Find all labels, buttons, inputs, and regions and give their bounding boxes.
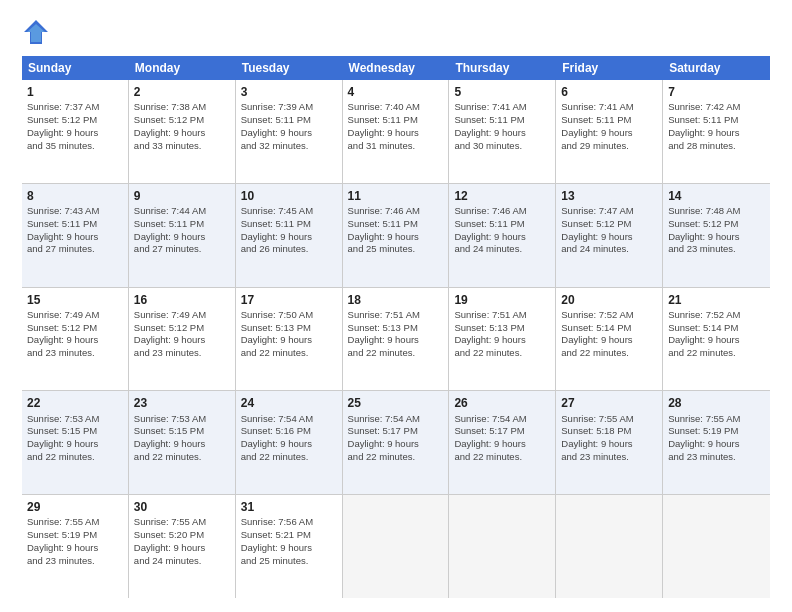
day-number: 18	[348, 292, 444, 308]
day-number: 27	[561, 395, 657, 411]
day-number: 2	[134, 84, 230, 100]
day-number: 28	[668, 395, 765, 411]
day-info-line-1: Sunset: 5:12 PM	[27, 114, 97, 125]
day-info-line-3: and 22 minutes.	[348, 451, 416, 462]
calendar-header: SundayMondayTuesdayWednesdayThursdayFrid…	[22, 56, 770, 80]
day-info-line-3: and 24 minutes.	[561, 243, 629, 254]
day-info-line-3: and 31 minutes.	[348, 140, 416, 151]
day-info-line-2: Daylight: 9 hours	[348, 127, 419, 138]
day-cell-26: 26Sunrise: 7:54 AMSunset: 5:17 PMDayligh…	[449, 391, 556, 494]
day-cell-16: 16Sunrise: 7:49 AMSunset: 5:12 PMDayligh…	[129, 288, 236, 391]
day-info-line-1: Sunset: 5:14 PM	[668, 322, 738, 333]
day-info-line-1: Sunset: 5:11 PM	[454, 218, 524, 229]
weekday-header-thursday: Thursday	[449, 56, 556, 80]
day-info-line-1: Sunset: 5:21 PM	[241, 529, 311, 540]
day-cell-3: 3Sunrise: 7:39 AMSunset: 5:11 PMDaylight…	[236, 80, 343, 183]
day-info-line-1: Sunset: 5:11 PM	[348, 114, 418, 125]
day-info-line-1: Sunset: 5:11 PM	[348, 218, 418, 229]
day-info-line-0: Sunrise: 7:51 AM	[454, 309, 526, 320]
day-info-line-2: Daylight: 9 hours	[241, 334, 312, 345]
calendar-row-2: 15Sunrise: 7:49 AMSunset: 5:12 PMDayligh…	[22, 288, 770, 392]
day-info-line-3: and 28 minutes.	[668, 140, 736, 151]
day-info-line-0: Sunrise: 7:49 AM	[27, 309, 99, 320]
day-cell-17: 17Sunrise: 7:50 AMSunset: 5:13 PMDayligh…	[236, 288, 343, 391]
day-info-line-0: Sunrise: 7:44 AM	[134, 205, 206, 216]
day-info-line-3: and 22 minutes.	[668, 347, 736, 358]
day-info-line-2: Daylight: 9 hours	[668, 231, 739, 242]
day-info-line-2: Daylight: 9 hours	[348, 438, 419, 449]
day-number: 30	[134, 499, 230, 515]
header	[22, 18, 770, 46]
day-number: 31	[241, 499, 337, 515]
day-info-line-0: Sunrise: 7:52 AM	[668, 309, 740, 320]
day-number: 5	[454, 84, 550, 100]
weekday-header-saturday: Saturday	[663, 56, 770, 80]
day-number: 13	[561, 188, 657, 204]
day-info-line-2: Daylight: 9 hours	[561, 334, 632, 345]
day-info-line-1: Sunset: 5:11 PM	[134, 218, 204, 229]
day-cell-8: 8Sunrise: 7:43 AMSunset: 5:11 PMDaylight…	[22, 184, 129, 287]
day-cell-7: 7Sunrise: 7:42 AMSunset: 5:11 PMDaylight…	[663, 80, 770, 183]
day-info-line-0: Sunrise: 7:48 AM	[668, 205, 740, 216]
day-number: 25	[348, 395, 444, 411]
day-info-line-1: Sunset: 5:12 PM	[134, 322, 204, 333]
logo-icon	[22, 18, 50, 46]
day-number: 7	[668, 84, 765, 100]
day-info-line-3: and 22 minutes.	[241, 347, 309, 358]
day-info-line-2: Daylight: 9 hours	[561, 127, 632, 138]
day-info-line-2: Daylight: 9 hours	[668, 334, 739, 345]
day-info-line-0: Sunrise: 7:41 AM	[561, 101, 633, 112]
calendar-row-1: 8Sunrise: 7:43 AMSunset: 5:11 PMDaylight…	[22, 184, 770, 288]
logo	[22, 18, 54, 46]
day-info-line-1: Sunset: 5:12 PM	[134, 114, 204, 125]
day-info-line-1: Sunset: 5:13 PM	[348, 322, 418, 333]
day-info-line-3: and 22 minutes.	[454, 451, 522, 462]
day-info-line-3: and 25 minutes.	[348, 243, 416, 254]
day-cell-20: 20Sunrise: 7:52 AMSunset: 5:14 PMDayligh…	[556, 288, 663, 391]
day-info-line-0: Sunrise: 7:52 AM	[561, 309, 633, 320]
day-info-line-2: Daylight: 9 hours	[134, 127, 205, 138]
day-info-line-3: and 23 minutes.	[668, 243, 736, 254]
day-info-line-1: Sunset: 5:17 PM	[454, 425, 524, 436]
calendar: SundayMondayTuesdayWednesdayThursdayFrid…	[22, 56, 770, 598]
empty-cell	[556, 495, 663, 598]
day-info-line-2: Daylight: 9 hours	[454, 438, 525, 449]
day-number: 12	[454, 188, 550, 204]
day-info-line-3: and 22 minutes.	[561, 347, 629, 358]
day-info-line-0: Sunrise: 7:38 AM	[134, 101, 206, 112]
day-info-line-3: and 22 minutes.	[348, 347, 416, 358]
weekday-header-friday: Friday	[556, 56, 663, 80]
day-info-line-0: Sunrise: 7:54 AM	[454, 413, 526, 424]
day-cell-9: 9Sunrise: 7:44 AMSunset: 5:11 PMDaylight…	[129, 184, 236, 287]
day-number: 4	[348, 84, 444, 100]
day-info-line-2: Daylight: 9 hours	[561, 438, 632, 449]
day-info-line-1: Sunset: 5:12 PM	[668, 218, 738, 229]
day-cell-11: 11Sunrise: 7:46 AMSunset: 5:11 PMDayligh…	[343, 184, 450, 287]
empty-cell	[343, 495, 450, 598]
day-number: 16	[134, 292, 230, 308]
day-info-line-2: Daylight: 9 hours	[27, 542, 98, 553]
day-info-line-1: Sunset: 5:18 PM	[561, 425, 631, 436]
day-info-line-0: Sunrise: 7:47 AM	[561, 205, 633, 216]
day-info-line-0: Sunrise: 7:46 AM	[454, 205, 526, 216]
day-cell-24: 24Sunrise: 7:54 AMSunset: 5:16 PMDayligh…	[236, 391, 343, 494]
day-info-line-3: and 23 minutes.	[134, 347, 202, 358]
day-number: 3	[241, 84, 337, 100]
day-number: 19	[454, 292, 550, 308]
day-info-line-0: Sunrise: 7:53 AM	[134, 413, 206, 424]
day-info-line-2: Daylight: 9 hours	[27, 127, 98, 138]
day-info-line-2: Daylight: 9 hours	[27, 334, 98, 345]
day-info-line-0: Sunrise: 7:46 AM	[348, 205, 420, 216]
day-info-line-1: Sunset: 5:16 PM	[241, 425, 311, 436]
day-info-line-3: and 22 minutes.	[241, 451, 309, 462]
day-info-line-3: and 30 minutes.	[454, 140, 522, 151]
day-info-line-2: Daylight: 9 hours	[454, 127, 525, 138]
day-info-line-1: Sunset: 5:12 PM	[561, 218, 631, 229]
weekday-header-monday: Monday	[129, 56, 236, 80]
day-cell-25: 25Sunrise: 7:54 AMSunset: 5:17 PMDayligh…	[343, 391, 450, 494]
day-cell-14: 14Sunrise: 7:48 AMSunset: 5:12 PMDayligh…	[663, 184, 770, 287]
day-number: 23	[134, 395, 230, 411]
day-info-line-3: and 22 minutes.	[454, 347, 522, 358]
day-info-line-2: Daylight: 9 hours	[134, 438, 205, 449]
day-info-line-1: Sunset: 5:11 PM	[241, 218, 311, 229]
